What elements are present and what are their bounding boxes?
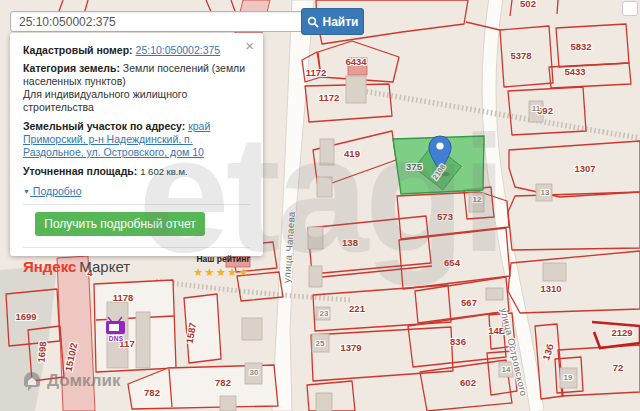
parcel-label: 1698 <box>36 341 49 363</box>
area-row: Уточненная площадь: 1 602 кв.м. <box>23 165 250 178</box>
star-rating: ★★★★★ <box>193 266 250 278</box>
search-icon <box>307 16 319 28</box>
parcel-label: 1307 <box>574 163 595 174</box>
parcel-label: 1172 <box>319 92 340 103</box>
parcel-label: 5832 <box>570 41 591 52</box>
category-extra: Для индивидуального жилищного строительс… <box>23 88 187 113</box>
parcel-label: 567 <box>461 297 477 308</box>
details-link[interactable]: ▼ Подробно <box>23 185 81 198</box>
area-value: 1 602 кв.м. <box>140 166 187 177</box>
building-label: 23 <box>320 309 329 318</box>
building-label: 19 <box>564 373 573 382</box>
dns-store-label: DNS <box>109 335 124 342</box>
parcel-label: 502 <box>520 0 536 9</box>
parcel-label: 5378 <box>510 50 531 61</box>
address-row: Земельный участок по адресу: край Примор… <box>23 120 250 159</box>
parcel-label: 782 <box>215 377 231 388</box>
parcel-label: 5433 <box>564 66 585 77</box>
parcel-label: 6434 <box>345 56 366 67</box>
parcel-label: 2129 <box>611 327 632 338</box>
parcel-label: 1172 <box>306 67 327 78</box>
parcel-label: 72 <box>613 362 624 373</box>
chevron-down-icon: ▼ <box>23 185 30 198</box>
parcel-label: 836 <box>450 336 466 347</box>
cadastral-number-link[interactable]: 25:10:050002:375 <box>136 44 221 56</box>
yandex-logo-text: Яндекс <box>23 258 76 275</box>
building-label: 13 <box>541 188 550 197</box>
parcel-label: 1310 <box>540 283 561 294</box>
details-label: Подробно <box>33 185 82 197</box>
cadastral-label: Кадастровый номер: <box>23 44 133 56</box>
parcel-info-panel: × Кадастровый номер: 25:10:050002:375 Ка… <box>10 33 263 256</box>
parcel-label: 573 <box>437 211 453 222</box>
divider <box>23 204 250 205</box>
selected-parcel-label: 375 <box>406 161 422 172</box>
address-label: Земельный участок по адресу: <box>23 120 185 132</box>
parcel-label: 654 <box>444 257 460 268</box>
parcel-label: 602 <box>460 377 476 388</box>
building-label: 14 <box>502 365 511 374</box>
yandex-market-logo: ЯндексМаркет <box>23 260 130 273</box>
search-button-label: Найти <box>323 15 359 29</box>
search-input[interactable] <box>10 11 307 32</box>
rating-label: Наш рейтинг <box>193 253 250 266</box>
search-button[interactable]: Найти <box>301 8 364 35</box>
parcel-label: 1379 <box>340 342 361 353</box>
report-button[interactable]: Получить подробный отчет <box>35 212 205 236</box>
map-control[interactable] <box>622 1 638 16</box>
parcel-label: 138 <box>342 237 358 248</box>
area-label: Уточненная площадь: <box>23 165 137 177</box>
close-icon[interactable]: × <box>245 38 254 53</box>
category-row: Категория земель: Земли поселений (земли… <box>23 62 250 114</box>
category-label: Категория земель: <box>23 62 120 74</box>
building-label: 11 <box>532 104 540 113</box>
building-label: 30 <box>250 368 259 377</box>
cadastral-row: Кадастровый номер: 25:10:050002:375 <box>23 44 250 57</box>
building-label: 12 <box>473 195 482 204</box>
parcel-label: 419 <box>344 148 360 159</box>
rating-block: Наш рейтинг ★★★★★ <box>193 253 250 279</box>
market-logo-text: Маркет <box>79 258 130 275</box>
parcel-label: 782 <box>144 387 160 398</box>
divider <box>23 247 250 248</box>
parcel-label: 1178 <box>113 292 134 303</box>
panel-footer: ЯндексМаркет Наш рейтинг ★★★★★ <box>23 253 250 279</box>
parcel-label: 221 <box>349 303 365 314</box>
parcel-label: 1699 <box>15 311 36 322</box>
building-label: 25 <box>316 339 325 348</box>
cadastral-map-app: 6434 1172 1172 419 138 573 654 567 836 6… <box>0 0 640 411</box>
